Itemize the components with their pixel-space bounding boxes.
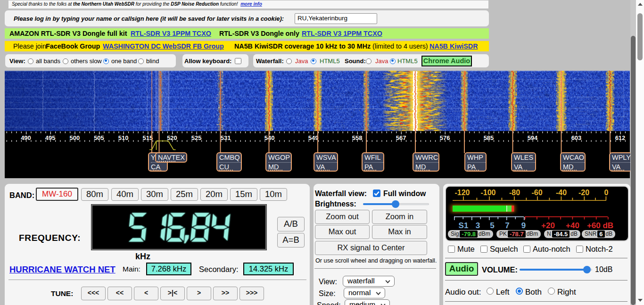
svg-text:585: 585 — [484, 134, 494, 141]
svg-text:3: 3 — [476, 221, 480, 230]
svg-text:+40: +40 — [566, 221, 579, 230]
svg-text:-20: -20 — [578, 189, 589, 197]
svg-text:490: 490 — [21, 134, 31, 141]
svg-text:612: 612 — [615, 134, 626, 141]
svg-text:540: 540 — [264, 134, 275, 141]
svg-text:603: 603 — [571, 134, 582, 141]
svg-text:5: 5 — [490, 221, 494, 230]
svg-text:549: 549 — [308, 134, 319, 141]
svg-text:-40: -40 — [556, 189, 567, 197]
svg-text:531: 531 — [221, 134, 231, 141]
svg-text:525: 525 — [191, 134, 202, 141]
svg-text:500: 500 — [69, 134, 80, 141]
svg-text:558: 558 — [352, 134, 363, 141]
svg-text:-60: -60 — [531, 189, 542, 197]
svg-text:520: 520 — [167, 134, 177, 141]
svg-text:515: 515 — [142, 134, 153, 141]
svg-text:+60 dB: +60 dB — [587, 221, 613, 230]
svg-text:0: 0 — [604, 189, 609, 197]
svg-text:576: 576 — [440, 134, 450, 141]
svg-text:-80: -80 — [509, 189, 520, 197]
svg-text:7: 7 — [505, 221, 509, 230]
svg-text:-100: -100 — [480, 189, 495, 197]
svg-text:495: 495 — [45, 134, 56, 141]
svg-text:+20: +20 — [541, 221, 555, 230]
svg-text:510: 510 — [118, 134, 129, 141]
svg-text:S1: S1 — [459, 221, 469, 230]
svg-text:594: 594 — [528, 134, 538, 141]
svg-text:505: 505 — [94, 134, 104, 141]
svg-text:567: 567 — [396, 134, 406, 141]
svg-text:9: 9 — [521, 221, 526, 230]
svg-text:-120: -120 — [454, 189, 470, 197]
